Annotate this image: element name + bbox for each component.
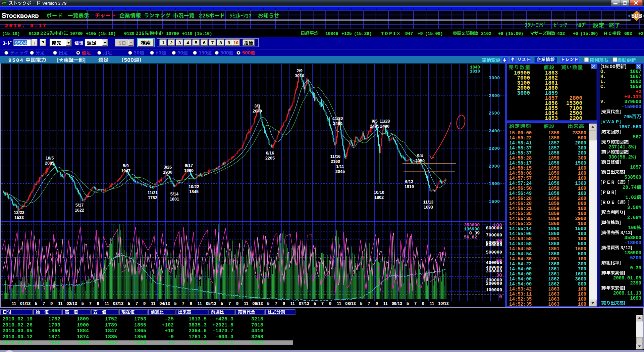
svg-text:1865: 1865 bbox=[134, 328, 146, 334]
svg-text:14:56:50: 14:56:50 bbox=[509, 186, 532, 191]
svg-text:14:55:35: 14:55:35 bbox=[509, 211, 532, 216]
svg-text:1858: 1858 bbox=[548, 181, 559, 186]
svg-text:100: 100 bbox=[578, 231, 586, 236]
svg-text:28.74: 28.74 bbox=[623, 185, 637, 190]
svg-text:2600: 2600 bbox=[489, 111, 500, 116]
svg-text:1862: 1862 bbox=[548, 281, 559, 287]
svg-text:1600: 1600 bbox=[489, 199, 500, 204]
svg-text:S: S bbox=[2, 12, 6, 19]
svg-text:2800: 2800 bbox=[489, 93, 500, 98]
svg-text:-159000: -159000 bbox=[622, 104, 641, 109]
svg-text:(15:00): (15:00) bbox=[425, 31, 443, 36]
svg-text:↓: ↓ bbox=[33, 40, 36, 45]
svg-text:14:52:35: 14:52:35 bbox=[509, 297, 532, 302]
svg-text:11/30: 11/30 bbox=[333, 116, 343, 121]
svg-text:14:54:58: 14:54:58 bbox=[509, 236, 532, 241]
svg-text:(15:29): (15:29) bbox=[354, 31, 372, 36]
svg-text:2364.6: 2364.6 bbox=[189, 328, 207, 334]
svg-text:1871: 1871 bbox=[48, 334, 60, 340]
svg-text:3010: 3010 bbox=[295, 74, 304, 78]
svg-text:0120: 0120 bbox=[29, 31, 39, 36]
svg-text:1947: 1947 bbox=[121, 169, 130, 173]
svg-text:1500: 1500 bbox=[575, 161, 586, 166]
svg-text:9/4: 9/4 bbox=[417, 153, 423, 158]
svg-text:1183.4: 1183.4 bbox=[189, 340, 207, 346]
svg-text:10/5: 10/5 bbox=[46, 156, 54, 161]
svg-text:1867: 1867 bbox=[630, 74, 641, 79]
svg-text:6/12: 6/12 bbox=[405, 179, 413, 184]
svg-text:705: 705 bbox=[624, 114, 632, 120]
svg-text:14:53:42: 14:53:42 bbox=[509, 287, 532, 292]
svg-text:100: 100 bbox=[578, 302, 586, 307]
svg-text:5/9: 5/9 bbox=[123, 164, 128, 168]
svg-text:9/5: 9/5 bbox=[372, 119, 377, 124]
svg-text:7: 7 bbox=[321, 301, 324, 306]
svg-text:2010.03.12: 2010.03.12 bbox=[2, 334, 33, 340]
svg-text:-9: -9 bbox=[168, 334, 174, 340]
svg-text:100: 100 bbox=[578, 211, 586, 216]
svg-text:300: 300 bbox=[578, 145, 586, 151]
svg-text:1863: 1863 bbox=[548, 302, 559, 307]
svg-text:14:57:57: 14:57:57 bbox=[509, 176, 532, 181]
svg-text:1874: 1874 bbox=[77, 334, 89, 340]
svg-text:08/13: 08/13 bbox=[345, 301, 356, 306]
svg-text:1857.563: 1857.563 bbox=[619, 124, 641, 130]
svg-text:1857: 1857 bbox=[548, 145, 559, 151]
svg-text:1860: 1860 bbox=[548, 226, 559, 231]
svg-text:14:53:11: 14:53:11 bbox=[509, 292, 532, 297]
svg-text:100: 100 bbox=[578, 297, 586, 302]
svg-text:9: 9 bbox=[376, 301, 378, 306]
svg-text:14:56:21: 14:56:21 bbox=[509, 206, 532, 211]
svg-text:1858: 1858 bbox=[548, 150, 559, 156]
svg-text:6: 6 bbox=[203, 40, 206, 45]
svg-text:5: 5 bbox=[267, 301, 270, 306]
svg-text:14:58:28: 14:58:28 bbox=[509, 156, 532, 161]
svg-text:14:54:00: 14:54:00 bbox=[509, 271, 532, 277]
svg-text:1857: 1857 bbox=[548, 140, 559, 146]
svg-text:07/13: 07/13 bbox=[299, 301, 309, 306]
svg-text:1859: 1859 bbox=[548, 166, 559, 171]
svg-text:100: 100 bbox=[578, 176, 586, 181]
svg-text:500: 500 bbox=[578, 135, 586, 141]
svg-text:9: 9 bbox=[228, 40, 230, 45]
svg-text:7: 7 bbox=[89, 301, 92, 306]
svg-text:15:00:00: 15:00:00 bbox=[509, 130, 532, 136]
svg-text:7: 7 bbox=[43, 301, 45, 306]
svg-text:5: 5 bbox=[221, 301, 223, 306]
svg-text:14:56:28: 14:56:28 bbox=[509, 201, 532, 206]
svg-text:14:54:58: 14:54:58 bbox=[509, 246, 532, 252]
svg-text:1782: 1782 bbox=[48, 316, 60, 322]
svg-text:1300: 1300 bbox=[575, 181, 586, 186]
svg-text:1855: 1855 bbox=[134, 322, 146, 328]
svg-text:2085: 2085 bbox=[45, 161, 54, 166]
svg-text:1860: 1860 bbox=[548, 221, 559, 226]
svg-text:12/22: 12/22 bbox=[14, 210, 24, 215]
svg-text:100: 100 bbox=[578, 287, 586, 292]
svg-text:SDB: SDB bbox=[631, 13, 642, 19]
svg-text:2010.02.19: 2010.02.19 bbox=[2, 316, 33, 322]
svg-text:1818_: 1818_ bbox=[470, 69, 483, 74]
svg-text:9504: 9504 bbox=[15, 41, 27, 46]
svg-text:11/13: 11/13 bbox=[423, 200, 434, 205]
svg-text:1600: 1600 bbox=[575, 271, 586, 277]
svg-text:-25: -25 bbox=[165, 316, 174, 322]
svg-text:1859: 1859 bbox=[548, 186, 559, 191]
svg-text:1693: 1693 bbox=[630, 296, 641, 301]
svg-text:1861: 1861 bbox=[548, 236, 559, 241]
svg-text:100: 100 bbox=[578, 292, 586, 297]
svg-text:H.: H. bbox=[600, 74, 606, 79]
svg-text:1859: 1859 bbox=[548, 130, 559, 136]
svg-text:500: 500 bbox=[578, 241, 586, 247]
svg-text:2900: 2900 bbox=[575, 216, 586, 221]
svg-text:1859: 1859 bbox=[548, 176, 559, 181]
svg-text:14:58:08: 14:58:08 bbox=[509, 171, 532, 176]
svg-text:1859: 1859 bbox=[548, 171, 559, 176]
svg-text:+2021.8: +2021.8 bbox=[212, 322, 233, 328]
svg-text:14:55:14: 14:55:14 bbox=[509, 226, 532, 231]
svg-text:14:52:35: 14:52:35 bbox=[509, 302, 532, 307]
svg-text:+105: +105 bbox=[86, 31, 96, 36]
svg-text:1.02: 1.02 bbox=[625, 195, 637, 200]
svg-text:2400: 2400 bbox=[489, 128, 500, 133]
svg-text:14:57:24: 14:57:24 bbox=[509, 181, 532, 186]
svg-text:1753: 1753 bbox=[134, 316, 146, 322]
